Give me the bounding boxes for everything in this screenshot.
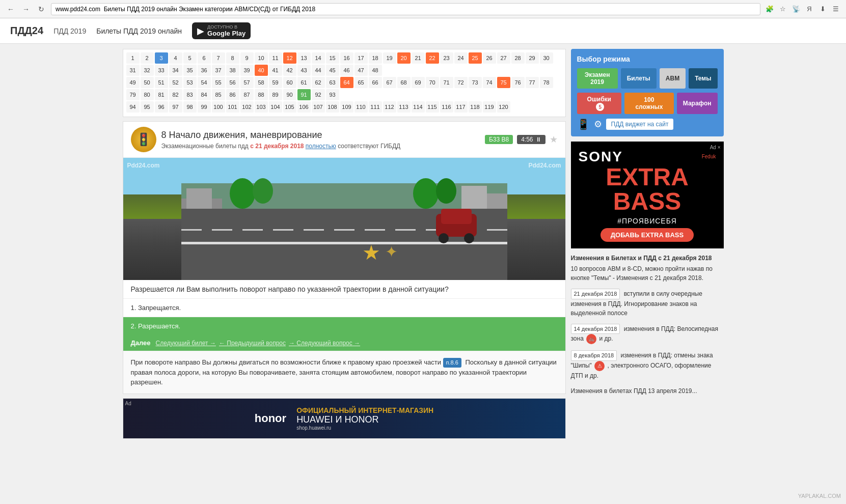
answer-option-1[interactable]: 1. Запрещается.	[123, 298, 565, 317]
ticket-num-12[interactable]: 12	[283, 52, 296, 64]
ticket-num-2[interactable]: 2	[141, 52, 154, 64]
ticket-num-68[interactable]: 68	[397, 77, 411, 88]
back-button[interactable]: ←	[5, 4, 16, 15]
ticket-num-93[interactable]: 93	[326, 89, 339, 100]
ticket-num-39[interactable]: 39	[240, 65, 254, 76]
ticket-num-98[interactable]: 98	[183, 101, 197, 113]
ticket-num-103[interactable]: 103	[255, 101, 268, 113]
ticket-num-116[interactable]: 116	[440, 101, 453, 113]
mode-exam-btn[interactable]: Экзамен 2019	[577, 68, 618, 89]
ticket-num-113[interactable]: 113	[397, 101, 411, 113]
ticket-num-107[interactable]: 107	[312, 101, 325, 113]
forward-button[interactable]: →	[20, 4, 32, 15]
next-button-row[interactable]: Далее Следующий билет → ← Предыдущий воп…	[123, 335, 565, 351]
ticket-num-55[interactable]: 55	[212, 77, 225, 88]
ticket-num-52[interactable]: 52	[169, 77, 182, 88]
ticket-num-72[interactable]: 72	[454, 77, 468, 88]
ticket-num-15[interactable]: 15	[326, 52, 339, 64]
ticket-num-100[interactable]: 100	[212, 101, 225, 113]
ticket-num-83[interactable]: 83	[183, 89, 197, 100]
ticket-num-64[interactable]: 64	[340, 77, 353, 88]
ticket-num-81[interactable]: 81	[155, 89, 168, 100]
next-ticket-link[interactable]: Следующий билет →	[156, 340, 216, 347]
nav-tickets[interactable]: Билеты ПДД 2019 онлайн	[96, 27, 182, 35]
ticket-num-46[interactable]: 46	[340, 65, 353, 76]
ticket-num-99[interactable]: 99	[198, 101, 211, 113]
ticket-num-106[interactable]: 106	[297, 101, 311, 113]
ticket-num-119[interactable]: 119	[483, 101, 496, 113]
mode-topics-btn[interactable]: Темы	[689, 68, 717, 89]
ticket-num-80[interactable]: 80	[141, 89, 154, 100]
ticket-num-44[interactable]: 44	[312, 65, 325, 76]
ticket-num-111[interactable]: 111	[369, 101, 382, 113]
ticket-num-26[interactable]: 26	[483, 52, 496, 64]
ticket-num-30[interactable]: 30	[540, 52, 553, 64]
ticket-num-24[interactable]: 24	[454, 52, 468, 64]
ticket-num-94[interactable]: 94	[126, 101, 140, 113]
ticket-num-88[interactable]: 88	[255, 89, 268, 100]
ticket-num-60[interactable]: 60	[283, 77, 296, 88]
ticket-num-110[interactable]: 110	[354, 101, 368, 113]
favorite-icon[interactable]: ★	[550, 134, 558, 145]
ticket-num-71[interactable]: 71	[440, 77, 453, 88]
ticket-num-101[interactable]: 101	[226, 101, 239, 113]
ticket-num-32[interactable]: 32	[141, 65, 154, 76]
ticket-num-23[interactable]: 23	[440, 52, 453, 64]
ticket-num-13[interactable]: 13	[297, 52, 311, 64]
ticket-num-97[interactable]: 97	[169, 101, 182, 113]
ticket-num-90[interactable]: 90	[283, 89, 296, 100]
ticket-num-28[interactable]: 28	[511, 52, 525, 64]
refresh-button[interactable]: ↻	[36, 4, 47, 15]
ticket-num-38[interactable]: 38	[226, 65, 239, 76]
google-play-button[interactable]: ▶ ДОСТУПНО В Google Play	[192, 22, 251, 39]
ticket-num-118[interactable]: 118	[469, 101, 482, 113]
mode-errors-btn[interactable]: Ошибки5	[577, 93, 622, 114]
mode-tickets-btn[interactable]: Билеты	[621, 68, 657, 89]
ticket-num-87[interactable]: 87	[240, 89, 254, 100]
ticket-num-5[interactable]: 5	[183, 52, 197, 64]
ticket-num-49[interactable]: 49	[126, 77, 140, 88]
ticket-num-66[interactable]: 66	[369, 77, 382, 88]
ticket-num-53[interactable]: 53	[183, 77, 197, 88]
ticket-num-42[interactable]: 42	[283, 65, 296, 76]
ticket-num-70[interactable]: 70	[426, 77, 439, 88]
ticket-num-10[interactable]: 10	[255, 52, 268, 64]
ticket-num-57[interactable]: 57	[240, 77, 254, 88]
ticket-num-18[interactable]: 18	[369, 52, 382, 64]
bookmark-icon[interactable]: ☆	[778, 4, 788, 14]
mode-hard-btn[interactable]: 100 сложных	[624, 93, 674, 114]
ticket-num-54[interactable]: 54	[198, 77, 211, 88]
ticket-num-61[interactable]: 61	[297, 77, 311, 88]
widget-link[interactable]: ПДД виджет на сайт	[606, 119, 674, 130]
ticket-num-19[interactable]: 19	[383, 52, 396, 64]
ticket-num-9[interactable]: 9	[240, 52, 254, 64]
ticket-num-33[interactable]: 33	[155, 65, 168, 76]
ticket-num-62[interactable]: 62	[312, 77, 325, 88]
ticket-num-4[interactable]: 4	[169, 52, 182, 64]
meta-link[interactable]: полностью	[306, 143, 336, 150]
ticket-num-102[interactable]: 102	[240, 101, 254, 113]
ticket-num-21[interactable]: 21	[412, 52, 425, 64]
ticket-num-67[interactable]: 67	[383, 77, 396, 88]
ticket-num-11[interactable]: 11	[269, 52, 282, 64]
ticket-num-6[interactable]: 6	[198, 52, 211, 64]
ticket-num-105[interactable]: 105	[283, 101, 296, 113]
mode-avm-btn[interactable]: АВМ	[660, 68, 686, 89]
ticket-num-82[interactable]: 82	[169, 89, 182, 100]
ticket-num-17[interactable]: 17	[354, 52, 368, 64]
ad-cta-button[interactable]: ДОБАВЬ EXTRA BASS	[601, 228, 694, 242]
answer-option-2[interactable]: 2. Разрешается.	[123, 317, 565, 335]
ticket-num-16[interactable]: 16	[340, 52, 353, 64]
ticket-num-117[interactable]: 117	[454, 101, 468, 113]
site-logo[interactable]: ПДД24	[10, 25, 43, 37]
ticket-num-34[interactable]: 34	[169, 65, 182, 76]
ticket-num-78[interactable]: 78	[540, 77, 553, 88]
ticket-num-89[interactable]: 89	[269, 89, 282, 100]
ticket-num-85[interactable]: 85	[212, 89, 225, 100]
ticket-num-95[interactable]: 95	[141, 101, 154, 113]
ticket-num-3[interactable]: 3	[155, 52, 168, 64]
ticket-num-1[interactable]: 1	[126, 52, 140, 64]
ticket-num-47[interactable]: 47	[354, 65, 368, 76]
ticket-num-37[interactable]: 37	[212, 65, 225, 76]
ticket-num-120[interactable]: 120	[497, 101, 510, 113]
